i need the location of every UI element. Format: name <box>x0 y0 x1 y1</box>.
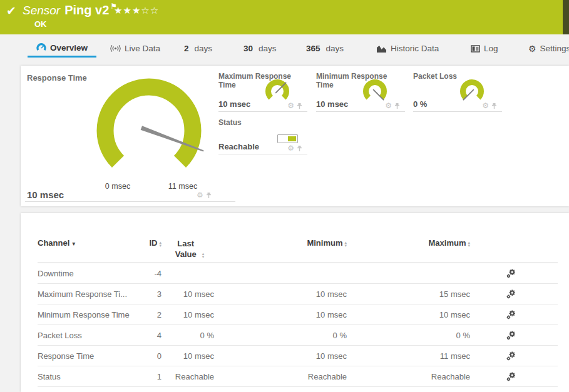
channel-id: 4 <box>143 331 161 340</box>
channel-last-value: Reachable <box>161 372 214 381</box>
column-header-id[interactable]: ID▴▾ <box>143 238 161 248</box>
channel-table: Channel▾ ID▴▾ Last Value▴▾ Minimum▴▾ Max… <box>21 213 569 387</box>
tab-30-days[interactable]: 30 days <box>241 39 279 58</box>
channel-last-value: 0 % <box>161 331 214 340</box>
channel-id: 0 <box>143 351 161 361</box>
channel-minimum: 10 msec <box>214 351 347 361</box>
channel-table-panel: Channel▾ ID▴▾ Last Value▴▾ Minimum▴▾ Max… <box>21 213 569 392</box>
gear-icon[interactable]: ⚙ <box>482 101 489 110</box>
channel-name: Packet Loss <box>38 331 143 340</box>
gauge-scale-max-label: 11 msec <box>163 182 202 191</box>
channel-last-value: 10 msec <box>161 351 214 361</box>
column-header-channel[interactable]: Channel▾ <box>38 238 143 248</box>
channel-id: 1 <box>143 372 161 381</box>
status-widget: Status Reachable ⚙ <box>218 118 307 154</box>
table-row: Response Time 0 10 msec 10 msec 11 msec <box>38 346 558 366</box>
packet-loss-widget: Packet Loss 0 % ⚙ <box>413 72 502 112</box>
table-row: Minimum Response Time 2 10 msec 10 msec … <box>38 304 558 325</box>
channel-maximum: 0 % <box>347 331 470 340</box>
channel-rows: Downtime -4 Maximum Response Ti... 3 10 … <box>38 263 558 387</box>
tab-log[interactable]: Log <box>468 39 501 58</box>
response-time-gauge-title: Response Time <box>27 73 87 83</box>
response-time-gauge <box>93 76 237 197</box>
widget-actions: ⚙ <box>385 101 400 110</box>
channel-id: -4 <box>143 269 161 278</box>
widget-title: Status <box>218 118 307 127</box>
pin-icon[interactable] <box>297 145 302 152</box>
tab-bar: Overview Live Data 2 days 30 days 365 da… <box>0 39 569 59</box>
sensor-status-badge: OK <box>34 19 47 29</box>
tab-365-days[interactable]: 365 days <box>304 39 346 58</box>
gear-icon: ⚙ <box>528 44 536 53</box>
channel-settings-gears-icon[interactable] <box>470 289 551 299</box>
sort-desc-icon: ▾ <box>72 240 75 247</box>
table-row: Downtime -4 <box>38 263 558 284</box>
channel-name: Response Time <box>38 351 143 361</box>
pin-icon[interactable] <box>491 103 497 109</box>
widget-value: 10 msec <box>316 99 348 109</box>
table-row: Packet Loss 4 0 % 0 % 0 % <box>38 325 558 346</box>
minimum-response-time-widget: Minimum Response Time 10 msec ⚙ <box>316 72 405 112</box>
gear-icon[interactable]: ⚙ <box>287 101 294 110</box>
gear-icon[interactable]: ⚙ <box>197 191 203 199</box>
table-row: Status 1 Reachable Reachable Reachable <box>38 366 558 387</box>
channel-maximum: Reachable <box>347 372 470 381</box>
channel-maximum: 11 msec <box>347 351 470 361</box>
tab-2-days[interactable]: 2 days <box>182 39 215 58</box>
tab-settings[interactable]: ⚙ Settings <box>526 39 569 58</box>
response-time-widget-actions: ⚙ <box>197 191 212 199</box>
gear-icon[interactable]: ⚙ <box>385 101 392 110</box>
channel-minimum: 0 % <box>214 331 347 340</box>
channel-name: Status <box>38 372 143 381</box>
channel-maximum: 15 msec <box>347 289 470 299</box>
gear-icon[interactable]: ⚙ <box>287 144 294 153</box>
sensor-title: SensorPing v2⚑ <box>23 3 117 18</box>
widget-actions: ⚙ <box>287 144 302 153</box>
channel-settings-gears-icon[interactable] <box>470 310 551 319</box>
widget-divider <box>25 201 235 202</box>
status-toggle-knob <box>288 136 296 141</box>
channel-name: Minimum Response Time <box>38 310 143 319</box>
channel-settings-gears-icon[interactable] <box>470 331 551 340</box>
widget-actions: ⚙ <box>482 101 497 110</box>
area-chart-icon <box>376 44 387 53</box>
widget-value: 10 msec <box>218 99 250 109</box>
widget-actions: ⚙ <box>287 101 302 110</box>
channel-id: 2 <box>143 310 161 319</box>
channel-name: Maximum Response Ti... <box>38 289 143 299</box>
priority-stars[interactable]: ★★★☆☆ <box>114 5 159 16</box>
tab-live-data[interactable]: Live Data <box>108 39 163 58</box>
channel-maximum: 10 msec <box>347 310 470 319</box>
tab-historic-data[interactable]: Historic Data <box>374 39 441 58</box>
tab-overview[interactable]: Overview <box>28 39 96 58</box>
channel-settings-gears-icon[interactable] <box>470 372 551 381</box>
sensor-name: Ping v2 <box>64 3 109 17</box>
sensor-header: ✔ SensorPing v2⚑ ★★★☆☆ OK <box>0 0 569 34</box>
pin-icon[interactable] <box>394 103 400 109</box>
live-signal-icon <box>110 44 121 53</box>
channel-minimum: 10 msec <box>214 289 347 299</box>
log-list-icon <box>471 45 480 53</box>
overview-gauges-panel: Response Time 0 msec 11 msec 10 msec ⚙ M… <box>21 66 569 206</box>
sensor-type-label: Sensor <box>23 4 60 17</box>
response-time-value: 10 msec <box>27 189 64 200</box>
channel-name: Downtime <box>38 269 143 278</box>
column-header-last-value[interactable]: Last Value▴▾ <box>161 238 214 259</box>
pin-icon[interactable] <box>206 192 212 199</box>
column-header-maximum[interactable]: Maximum▴▾ <box>347 238 470 248</box>
maximum-response-time-widget: Maximum Response Time 10 msec ⚙ <box>218 72 307 112</box>
channel-last-value: 10 msec <box>161 289 214 299</box>
ok-check-icon: ✔ <box>6 4 16 18</box>
channel-settings-gears-icon[interactable] <box>470 269 551 278</box>
status-toggle <box>277 134 298 143</box>
gauge-icon <box>36 43 46 52</box>
sort-icon: ▴▾ <box>202 252 205 258</box>
header-edge-strip <box>563 0 569 34</box>
gauge-scale-min-label: 0 msec <box>98 182 137 191</box>
table-row: Maximum Response Ti... 3 10 msec 10 msec… <box>38 284 558 304</box>
channel-settings-gears-icon[interactable] <box>470 351 551 361</box>
widget-value: Reachable <box>218 142 259 151</box>
pin-icon[interactable] <box>297 103 302 109</box>
channel-id: 3 <box>143 289 161 299</box>
column-header-minimum[interactable]: Minimum▴▾ <box>214 238 347 248</box>
